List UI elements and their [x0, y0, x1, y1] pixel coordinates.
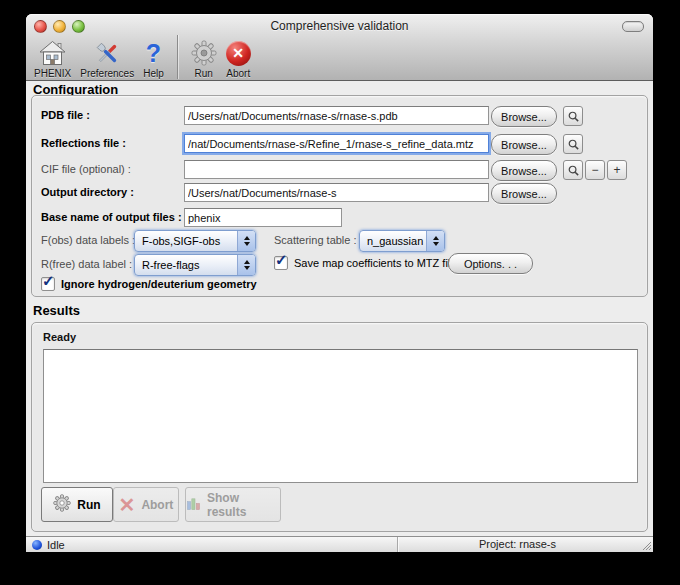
bar-chart-icon — [186, 496, 201, 514]
toolbar-item-abort[interactable]: ✕ Abort — [226, 39, 251, 79]
main-window: Comprehensive validation PHENIX — [26, 14, 653, 552]
fobs-label: F(obs) data labels : — [41, 234, 135, 246]
traffic-lights — [34, 20, 85, 33]
show-results-button[interactable]: Show results — [185, 487, 281, 522]
reflections-file-label: Reflections file : — [41, 137, 126, 149]
search-icon — [567, 164, 580, 177]
save-map-checkbox[interactable] — [274, 256, 288, 270]
toolbar-label-run: Run — [195, 68, 213, 79]
home-icon — [39, 39, 66, 67]
toolbar-toggle-button[interactable] — [622, 21, 644, 32]
close-button[interactable] — [34, 20, 47, 33]
cif-search-button[interactable] — [563, 160, 583, 180]
toolbar-label-help: Help — [143, 68, 164, 79]
base-name-input[interactable] — [184, 208, 342, 227]
pdb-browse-button[interactable]: Browse... — [491, 106, 557, 127]
pdb-search-button[interactable] — [563, 106, 583, 126]
status-bar: Idle Project: rnase-s — [26, 536, 653, 552]
scattering-label: Scattering table : — [274, 234, 357, 246]
results-panel: Ready — [31, 322, 648, 532]
pdb-file-input[interactable] — [184, 106, 489, 125]
dropdown-arrows-icon — [237, 255, 255, 275]
output-browse-button[interactable]: Browse... — [491, 183, 557, 204]
toolbar-item-help[interactable]: ? Help — [143, 39, 164, 79]
rfree-value: R-free-flags — [135, 259, 237, 271]
reflections-search-button[interactable] — [563, 134, 583, 154]
save-map-label: Save map coefficients to MTZ file — [294, 257, 456, 269]
resize-grip[interactable] — [640, 539, 652, 551]
toolbar-item-preferences[interactable]: Preferences — [80, 39, 134, 79]
abort-x-icon: ✕ — [119, 496, 136, 514]
ignore-h-checkbox-row: Ignore hydrogen/deuterium geometry — [41, 277, 257, 291]
reflections-browse-button[interactable]: Browse... — [491, 134, 557, 155]
zoom-button[interactable] — [72, 20, 85, 33]
toolbar: PHENIX Preferences — [34, 35, 251, 79]
search-icon — [567, 138, 580, 151]
toolbar-item-phenix[interactable]: PHENIX — [34, 39, 71, 79]
base-name-label: Base name of output files : — [41, 211, 182, 223]
toolbar-label-abort: Abort — [226, 68, 250, 79]
window-header: Comprehensive validation PHENIX — [26, 14, 653, 81]
cif-remove-button[interactable]: − — [585, 160, 605, 180]
gear-icon — [53, 494, 71, 515]
show-results-button-label: Show results — [207, 491, 280, 519]
toolbar-label-preferences: Preferences — [80, 68, 134, 79]
reflections-file-input[interactable] — [184, 134, 489, 153]
toolbar-item-run[interactable]: Run — [191, 39, 217, 79]
scattering-value: n_gaussian — [360, 235, 426, 247]
configuration-panel: PDB file : Browse... Reflections file : … — [31, 95, 648, 297]
fobs-dropdown[interactable]: F-obs,SIGF-obs — [134, 230, 256, 252]
rfree-label: R(free) data label : — [41, 258, 132, 270]
abort-icon: ✕ — [226, 41, 251, 66]
dropdown-arrows-icon — [426, 231, 444, 251]
help-icon: ? — [146, 40, 161, 66]
output-directory-input[interactable] — [184, 183, 489, 202]
options-button[interactable]: Options. . . — [448, 253, 533, 274]
toolbar-label-phenix: PHENIX — [34, 68, 71, 79]
dropdown-arrows-icon — [237, 231, 255, 251]
run-button-label: Run — [77, 498, 100, 512]
cif-browse-button[interactable]: Browse... — [491, 160, 557, 181]
results-status: Ready — [43, 331, 76, 343]
search-icon — [567, 110, 580, 123]
scattering-dropdown[interactable]: n_gaussian — [359, 230, 445, 252]
status-project: Project: rnase-s — [398, 538, 637, 550]
pdb-file-label: PDB file : — [41, 109, 90, 121]
gear-icon — [191, 39, 217, 67]
fobs-value: F-obs,SIGF-obs — [135, 235, 237, 247]
tools-icon — [94, 39, 121, 67]
cif-file-input[interactable] — [184, 160, 489, 179]
results-log[interactable] — [43, 349, 638, 483]
window-title: Comprehensive validation — [116, 19, 563, 33]
abort-button[interactable]: ✕ Abort — [113, 487, 179, 522]
toolbar-separator — [177, 35, 178, 79]
save-map-checkbox-row: Save map coefficients to MTZ file — [274, 256, 456, 270]
output-directory-label: Output directory : — [41, 186, 134, 198]
cif-file-label: CIF file (optional) : — [41, 163, 131, 175]
status-indicator-icon — [32, 540, 42, 550]
minimize-button[interactable] — [53, 20, 66, 33]
abort-button-label: Abort — [141, 498, 173, 512]
status-state: Idle — [47, 539, 65, 551]
cif-add-button[interactable]: + — [607, 160, 627, 180]
ignore-h-checkbox[interactable] — [41, 277, 55, 291]
run-button[interactable]: Run — [41, 487, 113, 522]
ignore-h-label: Ignore hydrogen/deuterium geometry — [61, 278, 257, 290]
results-header: Results — [33, 303, 80, 318]
rfree-dropdown[interactable]: R-free-flags — [134, 254, 256, 276]
